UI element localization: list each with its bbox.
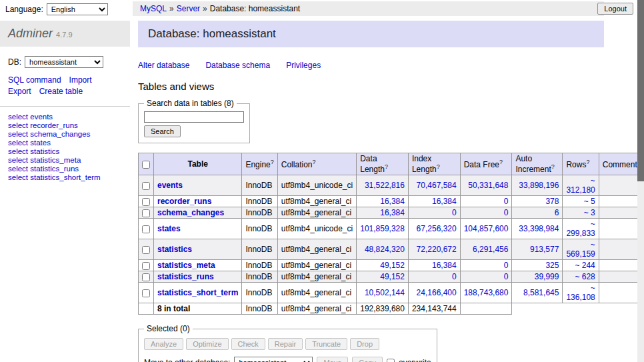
optimize-button[interactable]: Optimize: [186, 338, 228, 350]
sidebar-item-select-statistics-short-term[interactable]: select statistics_short_term: [8, 173, 122, 182]
table-link-states[interactable]: states: [157, 224, 181, 233]
index-length-link[interactable]: 70,467,584: [417, 181, 457, 190]
auto-increment-link[interactable]: 33,898,196: [519, 181, 559, 190]
auto-increment-link[interactable]: 33,398,984: [519, 224, 559, 233]
move-button[interactable]: Move: [317, 357, 348, 362]
help-link[interactable]: ?: [437, 163, 440, 170]
help-link[interactable]: ?: [499, 159, 503, 165]
row-checkbox[interactable]: [142, 209, 150, 217]
search-button[interactable]: Search: [144, 125, 181, 137]
data-length-link[interactable]: 16,384: [380, 197, 405, 206]
table-link-events[interactable]: events: [157, 181, 183, 190]
analyze-button[interactable]: Analyze: [144, 338, 183, 350]
move-db-select[interactable]: homeassistant: [234, 357, 313, 362]
data-free-link[interactable]: 0: [504, 197, 509, 206]
rows-link[interactable]: ~ 312,180: [566, 176, 595, 195]
sidebar-item-select-statistics-runs[interactable]: select statistics_runs: [8, 165, 122, 173]
auto-increment-link[interactable]: 378: [545, 197, 559, 206]
table-link-schema-changes[interactable]: schema_changes: [157, 208, 224, 217]
copy-button[interactable]: Copy: [352, 357, 383, 362]
auto-increment-link[interactable]: 6: [555, 208, 559, 217]
data-free-link[interactable]: 50,331,648: [468, 181, 508, 190]
data-length-link[interactable]: 101,859,328: [360, 224, 405, 233]
nav-link-privileges[interactable]: Privileges: [286, 61, 321, 70]
check-button[interactable]: Check: [231, 338, 265, 350]
row-checkbox[interactable]: [142, 289, 150, 297]
auto-increment-link[interactable]: 325: [545, 261, 559, 270]
rows-link[interactable]: ~ 136,108: [566, 283, 595, 302]
sidebar-link-export[interactable]: Export: [8, 87, 31, 96]
data-free-link[interactable]: 104,857,600: [464, 224, 509, 233]
rows-link[interactable]: ~ 5: [584, 197, 595, 206]
rows-link[interactable]: ~ 299,833: [566, 219, 595, 238]
sidebar-item-select-statistics[interactable]: select statistics: [8, 147, 122, 156]
table-link-statistics[interactable]: statistics: [157, 245, 192, 254]
scrollbar-thumb[interactable]: [637, 0, 644, 181]
sidebar-item-select-statistics-meta[interactable]: select statistics_meta: [8, 156, 122, 165]
row-checkbox[interactable]: [142, 198, 150, 206]
index-length-link[interactable]: 0: [452, 208, 457, 217]
table-link-statistics-meta[interactable]: statistics_meta: [157, 261, 215, 270]
auto-increment-link[interactable]: 913,577: [530, 245, 559, 254]
repair-button[interactable]: Repair: [268, 338, 303, 350]
nav-link-alter-database[interactable]: Alter database: [138, 61, 189, 70]
sidebar-item-select-states[interactable]: select states: [8, 139, 122, 147]
breadcrumb-item-mysql[interactable]: MySQL: [140, 4, 167, 13]
language-select[interactable]: English: [47, 3, 108, 15]
row-checkbox[interactable]: [142, 273, 150, 281]
truncate-button[interactable]: Truncate: [305, 338, 347, 350]
rows-link[interactable]: ~ 244: [575, 261, 595, 270]
help-link[interactable]: ?: [586, 159, 589, 165]
help-link[interactable]: ?: [312, 159, 315, 165]
table-link-statistics-runs[interactable]: statistics_runs: [157, 272, 214, 281]
index-length-cell: 70,467,584: [408, 175, 460, 196]
db-select[interactable]: homeassistant: [25, 56, 103, 68]
index-length-link[interactable]: 24,166,400: [417, 288, 457, 297]
logout-button[interactable]: Logout: [597, 3, 633, 15]
rows-link[interactable]: ~ 569,159: [566, 240, 595, 259]
sidebar-link-import[interactable]: Import: [69, 75, 92, 85]
auto-increment-link[interactable]: 39,999: [535, 272, 559, 281]
row-checkbox[interactable]: [142, 246, 150, 254]
breadcrumb-item-database-homeassistant: Database: homeassistant: [210, 4, 300, 13]
table-link-statistics-short-term[interactable]: statistics_short_term: [157, 288, 238, 297]
overwrite-checkbox[interactable]: [387, 359, 395, 362]
sidebar-item-select-recorder-runs[interactable]: select recorder_runs: [8, 121, 122, 130]
table-link-recorder-runs[interactable]: recorder_runs: [157, 197, 211, 206]
nav-link-database-schema[interactable]: Database schema: [205, 61, 270, 70]
data-free-link[interactable]: 0: [504, 272, 509, 281]
help-link[interactable]: ?: [551, 163, 555, 170]
sidebar-link-create-table[interactable]: Create table: [39, 87, 83, 96]
breadcrumb-item-server[interactable]: Server: [177, 4, 200, 13]
data-free-link[interactable]: 6,291,456: [473, 245, 508, 254]
index-length-link[interactable]: 16,384: [432, 197, 457, 206]
row-checkbox[interactable]: [142, 182, 150, 190]
rows-link[interactable]: ~ 3: [584, 208, 595, 217]
data-length-link[interactable]: 10,502,144: [365, 288, 405, 297]
help-link[interactable]: ?: [271, 159, 274, 165]
search-input[interactable]: [144, 111, 244, 123]
data-free-link[interactable]: 0: [504, 208, 509, 217]
index-length-link[interactable]: 16,384: [432, 261, 457, 270]
select-all-checkbox[interactable]: [142, 161, 150, 169]
scrollbar[interactable]: [637, 0, 644, 362]
sidebar-link-sql-command[interactable]: SQL command: [8, 75, 61, 85]
data-free-link[interactable]: 0: [504, 261, 509, 270]
data-length-link[interactable]: 49,152: [380, 272, 405, 281]
sidebar-item-select-events[interactable]: select events: [8, 113, 122, 121]
rows-link[interactable]: ~ 628: [575, 272, 595, 281]
sidebar-item-select-schema-changes[interactable]: select schema_changes: [8, 130, 122, 139]
data-free-link[interactable]: 188,743,680: [464, 288, 509, 297]
data-length-link[interactable]: 31,522,816: [365, 181, 405, 190]
row-checkbox[interactable]: [142, 262, 150, 270]
drop-button[interactable]: Drop: [350, 338, 379, 350]
index-length-link[interactable]: 67,256,320: [417, 224, 457, 233]
data-length-link[interactable]: 48,824,320: [365, 245, 405, 254]
row-checkbox[interactable]: [142, 225, 150, 233]
auto-increment-link[interactable]: 8,581,645: [523, 288, 559, 297]
data-length-link[interactable]: 49,152: [380, 261, 405, 270]
index-length-link[interactable]: 0: [452, 272, 457, 281]
data-length-link[interactable]: 16,384: [380, 208, 405, 217]
index-length-link[interactable]: 72,220,672: [417, 245, 457, 254]
help-link[interactable]: ?: [385, 163, 388, 170]
